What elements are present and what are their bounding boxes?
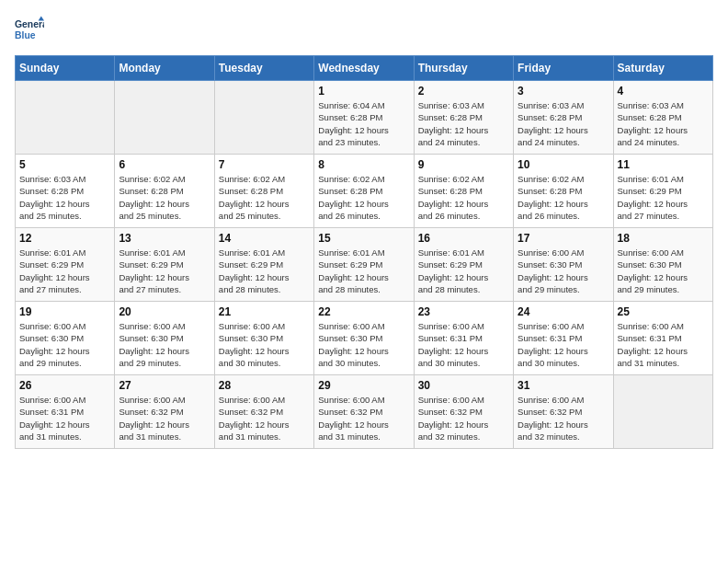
calendar-cell: 5Sunrise: 6:03 AM Sunset: 6:28 PM Daylig… [16,155,115,228]
day-info: Sunrise: 6:01 AM Sunset: 6:29 PM Dayligh… [418,247,509,295]
calendar-cell: 10Sunrise: 6:02 AM Sunset: 6:28 PM Dayli… [514,155,613,228]
day-header-friday: Friday [514,56,613,81]
day-info: Sunrise: 6:00 AM Sunset: 6:30 PM Dayligh… [119,320,210,369]
day-info: Sunrise: 6:00 AM Sunset: 6:32 PM Dayligh… [318,394,409,442]
calendar-cell [115,81,214,155]
calendar-cell: 2Sunrise: 6:03 AM Sunset: 6:28 PM Daylig… [414,81,513,155]
calendar-cell: 18Sunrise: 6:00 AM Sunset: 6:30 PM Dayli… [613,228,712,302]
calendar-cell: 29Sunrise: 6:00 AM Sunset: 6:32 PM Dayli… [314,375,414,449]
calendar-cell: 13Sunrise: 6:01 AM Sunset: 6:29 PM Dayli… [115,228,214,302]
day-info: Sunrise: 6:01 AM Sunset: 6:29 PM Dayligh… [318,247,409,295]
day-info: Sunrise: 6:00 AM Sunset: 6:30 PM Dayligh… [318,320,409,369]
calendar-cell: 6Sunrise: 6:02 AM Sunset: 6:28 PM Daylig… [115,155,214,228]
calendar-cell [16,81,115,155]
day-number: 19 [19,305,110,318]
day-number: 17 [518,232,609,245]
day-info: Sunrise: 6:02 AM Sunset: 6:28 PM Dayligh… [518,173,609,222]
day-number: 3 [518,85,609,98]
logo: General Blue [15,15,51,44]
calendar-cell: 14Sunrise: 6:01 AM Sunset: 6:29 PM Dayli… [214,228,313,302]
calendar-cell: 17Sunrise: 6:00 AM Sunset: 6:30 PM Dayli… [514,228,613,302]
calendar-cell: 27Sunrise: 6:00 AM Sunset: 6:32 PM Dayli… [115,375,214,449]
calendar-cell: 25Sunrise: 6:00 AM Sunset: 6:31 PM Dayli… [613,302,712,375]
calendar-cell: 15Sunrise: 6:01 AM Sunset: 6:29 PM Dayli… [314,228,414,302]
day-info: Sunrise: 6:00 AM Sunset: 6:30 PM Dayligh… [219,320,310,369]
day-info: Sunrise: 6:00 AM Sunset: 6:31 PM Dayligh… [418,320,509,369]
day-info: Sunrise: 6:02 AM Sunset: 6:28 PM Dayligh… [119,173,210,222]
day-number: 14 [219,232,310,245]
day-number: 28 [219,379,310,392]
day-number: 25 [618,305,709,318]
day-info: Sunrise: 6:01 AM Sunset: 6:29 PM Dayligh… [618,173,709,222]
day-info: Sunrise: 6:02 AM Sunset: 6:28 PM Dayligh… [318,173,409,222]
day-number: 9 [418,158,509,171]
day-number: 2 [418,85,509,98]
calendar-cell: 9Sunrise: 6:02 AM Sunset: 6:28 PM Daylig… [414,155,513,228]
calendar-week-row: 1Sunrise: 6:04 AM Sunset: 6:28 PM Daylig… [16,81,713,155]
calendar-cell: 1Sunrise: 6:04 AM Sunset: 6:28 PM Daylig… [314,81,414,155]
calendar-cell: 4Sunrise: 6:03 AM Sunset: 6:28 PM Daylig… [613,81,712,155]
calendar-cell: 30Sunrise: 6:00 AM Sunset: 6:32 PM Dayli… [414,375,513,449]
day-info: Sunrise: 6:01 AM Sunset: 6:29 PM Dayligh… [19,247,110,295]
day-number: 11 [618,158,709,171]
calendar-cell: 24Sunrise: 6:00 AM Sunset: 6:31 PM Dayli… [514,302,613,375]
day-number: 4 [618,85,709,98]
day-number: 21 [219,305,310,318]
day-info: Sunrise: 6:02 AM Sunset: 6:28 PM Dayligh… [418,173,509,222]
day-number: 13 [119,232,210,245]
day-info: Sunrise: 6:00 AM Sunset: 6:30 PM Dayligh… [518,247,609,295]
calendar-cell: 22Sunrise: 6:00 AM Sunset: 6:30 PM Dayli… [314,302,414,375]
svg-marker-2 [39,17,44,21]
calendar-week-row: 5Sunrise: 6:03 AM Sunset: 6:28 PM Daylig… [16,155,713,228]
day-number: 6 [119,158,210,171]
day-info: Sunrise: 6:00 AM Sunset: 6:32 PM Dayligh… [219,394,310,442]
calendar-cell: 20Sunrise: 6:00 AM Sunset: 6:30 PM Dayli… [115,302,214,375]
day-number: 23 [418,305,509,318]
calendar-cell [214,81,313,155]
day-number: 24 [518,305,609,318]
day-info: Sunrise: 6:01 AM Sunset: 6:29 PM Dayligh… [219,247,310,295]
day-number: 29 [318,379,409,392]
svg-text:General: General [15,19,44,29]
day-info: Sunrise: 6:00 AM Sunset: 6:30 PM Dayligh… [618,247,709,295]
day-info: Sunrise: 6:00 AM Sunset: 6:30 PM Dayligh… [19,320,110,369]
calendar-cell [613,375,712,449]
calendar-cell: 31Sunrise: 6:00 AM Sunset: 6:32 PM Dayli… [514,375,613,449]
calendar-week-row: 19Sunrise: 6:00 AM Sunset: 6:30 PM Dayli… [16,302,713,375]
calendar-cell: 21Sunrise: 6:00 AM Sunset: 6:30 PM Dayli… [214,302,313,375]
calendar-cell: 28Sunrise: 6:00 AM Sunset: 6:32 PM Dayli… [214,375,313,449]
day-header-monday: Monday [115,56,214,81]
calendar-cell: 3Sunrise: 6:03 AM Sunset: 6:28 PM Daylig… [514,81,613,155]
day-header-tuesday: Tuesday [214,56,313,81]
page-header: General Blue [15,15,713,44]
day-number: 22 [318,305,409,318]
calendar-cell: 16Sunrise: 6:01 AM Sunset: 6:29 PM Dayli… [414,228,513,302]
day-info: Sunrise: 6:03 AM Sunset: 6:28 PM Dayligh… [618,99,709,148]
day-number: 15 [318,232,409,245]
day-number: 31 [518,379,609,392]
day-number: 7 [219,158,310,171]
calendar-header: SundayMondayTuesdayWednesdayThursdayFrid… [16,56,713,81]
day-number: 16 [418,232,509,245]
day-info: Sunrise: 6:00 AM Sunset: 6:32 PM Dayligh… [119,394,210,442]
day-header-wednesday: Wednesday [314,56,414,81]
day-number: 26 [19,379,110,392]
svg-text:Blue: Blue [15,30,36,40]
calendar-cell: 23Sunrise: 6:00 AM Sunset: 6:31 PM Dayli… [414,302,513,375]
calendar-cell: 8Sunrise: 6:02 AM Sunset: 6:28 PM Daylig… [314,155,414,228]
calendar-cell: 12Sunrise: 6:01 AM Sunset: 6:29 PM Dayli… [16,228,115,302]
generalblue-logo-icon: General Blue [15,15,44,44]
day-info: Sunrise: 6:03 AM Sunset: 6:28 PM Dayligh… [418,99,509,148]
day-info: Sunrise: 6:03 AM Sunset: 6:28 PM Dayligh… [19,173,110,222]
day-info: Sunrise: 6:00 AM Sunset: 6:31 PM Dayligh… [618,320,709,369]
day-number: 12 [19,232,110,245]
day-header-thursday: Thursday [414,56,513,81]
day-number: 27 [119,379,210,392]
day-info: Sunrise: 6:02 AM Sunset: 6:28 PM Dayligh… [219,173,310,222]
calendar-cell: 7Sunrise: 6:02 AM Sunset: 6:28 PM Daylig… [214,155,313,228]
calendar-cell: 11Sunrise: 6:01 AM Sunset: 6:29 PM Dayli… [613,155,712,228]
day-info: Sunrise: 6:00 AM Sunset: 6:31 PM Dayligh… [19,394,110,442]
day-number: 5 [19,158,110,171]
day-number: 1 [318,85,409,98]
calendar-week-row: 12Sunrise: 6:01 AM Sunset: 6:29 PM Dayli… [16,228,713,302]
